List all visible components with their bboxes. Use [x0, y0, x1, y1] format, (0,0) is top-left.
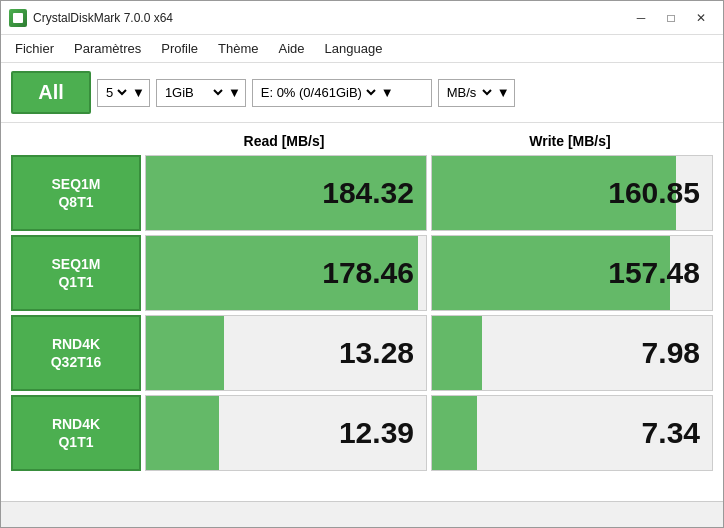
results-table: SEQ1MQ8T1184.32160.85SEQ1MQ1T1178.46157.…	[11, 155, 713, 471]
row-label-line2: Q1T1	[58, 433, 93, 451]
app-icon-inner	[13, 13, 23, 23]
close-button[interactable]: ✕	[687, 8, 715, 28]
main-window: CrystalDiskMark 7.0.0 x64 ─ □ ✕ Fichier …	[0, 0, 724, 528]
content-area: Read [MB/s] Write [MB/s] SEQ1MQ8T1184.32…	[1, 123, 723, 501]
all-button[interactable]: All	[11, 71, 91, 114]
drive-select[interactable]: E: 0% (0/461GiB) ▼	[252, 79, 432, 107]
read-value-cell: 184.32	[145, 155, 427, 231]
write-value-cell: 160.85	[431, 155, 713, 231]
maximize-button[interactable]: □	[657, 8, 685, 28]
menu-profile[interactable]: Profile	[153, 39, 206, 58]
menu-parametres[interactable]: Paramètres	[66, 39, 149, 58]
read-value-cell: 178.46	[145, 235, 427, 311]
row-label-line1: RND4K	[52, 415, 100, 433]
results-header: Read [MB/s] Write [MB/s]	[11, 129, 713, 153]
table-row: SEQ1MQ8T1184.32160.85	[11, 155, 713, 231]
menu-theme[interactable]: Thème	[210, 39, 266, 58]
table-row: RND4KQ32T1613.287.98	[11, 315, 713, 391]
drive-dropdown[interactable]: E: 0% (0/461GiB)	[257, 84, 379, 101]
size-dropdown[interactable]: 1GiB 512MiB 2GiB 4GiB	[161, 84, 226, 101]
write-header: Write [MB/s]	[427, 129, 713, 153]
row-label-line1: SEQ1M	[51, 175, 100, 193]
write-value-cell: 7.98	[431, 315, 713, 391]
runs-dropdown[interactable]: 5 1 3 9	[102, 84, 130, 101]
read-header: Read [MB/s]	[141, 129, 427, 153]
write-value-cell: 7.34	[431, 395, 713, 471]
write-value-cell: 157.48	[431, 235, 713, 311]
read-value: 178.46	[322, 256, 414, 290]
row-label-line1: SEQ1M	[51, 255, 100, 273]
row-label-line2: Q32T16	[51, 353, 102, 371]
unit-dropdown[interactable]: MB/s GB/s IOPS	[443, 84, 495, 101]
read-value: 13.28	[339, 336, 414, 370]
unit-select[interactable]: MB/s GB/s IOPS ▼	[438, 79, 515, 107]
menu-language[interactable]: Language	[317, 39, 391, 58]
row-label: SEQ1MQ1T1	[11, 235, 141, 311]
title-bar-left: CrystalDiskMark 7.0.0 x64	[9, 9, 173, 27]
row-label: SEQ1MQ8T1	[11, 155, 141, 231]
minimize-button[interactable]: ─	[627, 8, 655, 28]
app-icon	[9, 9, 27, 27]
window-controls: ─ □ ✕	[627, 8, 715, 28]
read-value-cell: 12.39	[145, 395, 427, 471]
menu-fichier[interactable]: Fichier	[7, 39, 62, 58]
row-label-line2: Q8T1	[58, 193, 93, 211]
title-bar: CrystalDiskMark 7.0.0 x64 ─ □ ✕	[1, 1, 723, 35]
write-value: 160.85	[608, 176, 700, 210]
table-row: RND4KQ1T112.397.34	[11, 395, 713, 471]
table-row: SEQ1MQ1T1178.46157.48	[11, 235, 713, 311]
window-title: CrystalDiskMark 7.0.0 x64	[33, 11, 173, 25]
size-select[interactable]: 1GiB 512MiB 2GiB 4GiB ▼	[156, 79, 246, 107]
menu-aide[interactable]: Aide	[271, 39, 313, 58]
row-label: RND4KQ32T16	[11, 315, 141, 391]
row-label-line2: Q1T1	[58, 273, 93, 291]
toolbar: All 5 1 3 9 ▼ 1GiB 512MiB 2GiB 4GiB ▼ E:…	[1, 63, 723, 123]
read-value: 12.39	[339, 416, 414, 450]
runs-select[interactable]: 5 1 3 9 ▼	[97, 79, 150, 107]
write-value: 7.98	[642, 336, 700, 370]
row-label-line1: RND4K	[52, 335, 100, 353]
row-label: RND4KQ1T1	[11, 395, 141, 471]
read-value: 184.32	[322, 176, 414, 210]
read-value-cell: 13.28	[145, 315, 427, 391]
write-value: 7.34	[642, 416, 700, 450]
menu-bar: Fichier Paramètres Profile Thème Aide La…	[1, 35, 723, 63]
status-bar	[1, 501, 723, 527]
write-value: 157.48	[608, 256, 700, 290]
